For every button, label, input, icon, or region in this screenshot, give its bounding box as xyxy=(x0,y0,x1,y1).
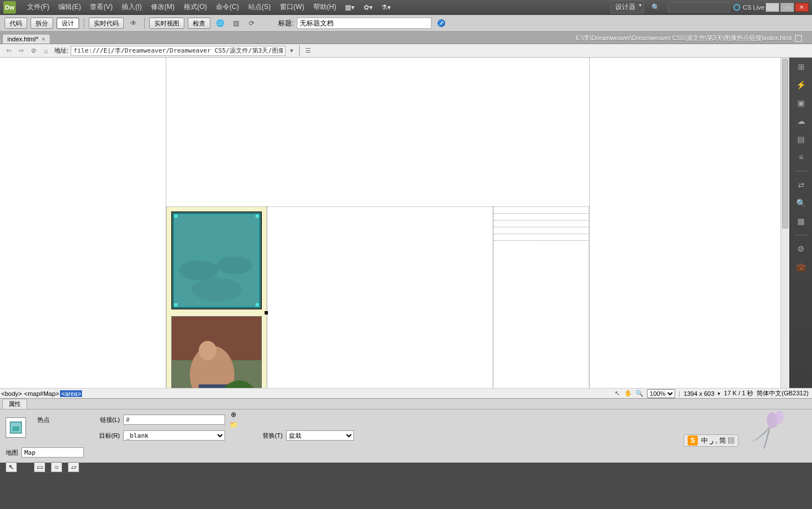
zoom-select[interactable]: 100% xyxy=(647,389,675,398)
view-split-button[interactable]: 拆分 xyxy=(31,18,53,29)
design-canvas[interactable]: 人人素材 ↖ xyxy=(0,58,780,388)
rectangle-hotspot-tool[interactable]: ▭ xyxy=(34,462,45,472)
tag-crumb-body[interactable]: <body> xyxy=(0,390,23,397)
dock-frames-icon[interactable]: ▦ xyxy=(793,214,809,228)
menu-help[interactable]: 帮助(H) xyxy=(309,0,341,14)
menu-edit[interactable]: 编辑(E) xyxy=(54,0,85,14)
file-tab-bar: index.html* × E:\李\Dreamweaver\Dreamweav… xyxy=(0,32,812,44)
nav-stop-icon[interactable]: ⊘ xyxy=(28,46,38,56)
sidebar-cell[interactable] xyxy=(493,206,589,388)
live-view-button[interactable]: 实时视图 xyxy=(149,18,184,29)
hotspot-handle[interactable] xyxy=(256,214,259,218)
zoom-tool-icon[interactable]: 🔍 xyxy=(636,390,643,398)
browse-folder-icon[interactable]: 📁 xyxy=(228,420,239,430)
layout-icon[interactable]: ▦▾ xyxy=(343,2,357,13)
dock-behaviors-icon[interactable]: 💼 xyxy=(793,260,809,274)
workspace-selector[interactable]: 设计器 xyxy=(610,1,644,14)
view-design-button[interactable]: 设计 xyxy=(57,18,79,29)
menu-file[interactable]: 文件(F) xyxy=(23,0,54,14)
close-tab-icon[interactable]: × xyxy=(41,36,45,42)
dock-insert-icon[interactable]: ⊞ xyxy=(793,60,809,74)
app-logo: Dw xyxy=(3,1,16,14)
dock-bindings-icon[interactable]: ⚙ xyxy=(793,242,809,256)
hand-tool-icon[interactable]: ✋ xyxy=(624,390,632,398)
alt-label: 替换(T) xyxy=(249,432,283,440)
cslive-button[interactable]: CS Live xyxy=(733,4,765,11)
page-title-input[interactable] xyxy=(297,18,431,29)
file-tab-label: index.html* xyxy=(7,36,38,42)
vertical-scrollbar[interactable] xyxy=(780,58,789,388)
file-path-display: E:\李\Dreamweaver\Dreamweaver CS5\源文件\第3天… xyxy=(576,34,812,44)
map-name-input[interactable] xyxy=(21,447,84,458)
options-icon[interactable]: ☰ xyxy=(303,46,313,56)
alt-select[interactable]: 盆栽 xyxy=(286,430,354,441)
visual-aids-icon[interactable]: ▧ xyxy=(230,18,242,29)
photo-gardener xyxy=(172,317,261,388)
svg-point-7 xyxy=(198,341,217,360)
address-dropdown-icon[interactable]: ▾ xyxy=(288,46,296,56)
menu-format[interactable]: 格式(O) xyxy=(179,0,211,14)
size-time-display: 17 K / 1 秒 xyxy=(724,389,753,398)
inspect-tool-icon[interactable]: 👁 xyxy=(127,18,140,29)
tag-selector-bar: <body> <map#Map> <area> ↖ ✋ 🔍 100% | 139… xyxy=(0,388,812,398)
browser-preview-icon[interactable]: 🌐 xyxy=(214,18,226,29)
file-tab[interactable]: index.html* × xyxy=(2,34,50,44)
search-input[interactable] xyxy=(668,2,730,12)
address-input[interactable] xyxy=(71,46,286,56)
window-close[interactable]: ✕ xyxy=(795,3,809,12)
main-content-cell[interactable] xyxy=(267,206,493,388)
encoding-display: 简体中文(GB2312) xyxy=(757,389,809,398)
title-label: 标题: xyxy=(278,19,293,28)
point-to-file-icon[interactable]: ⊕ xyxy=(228,409,239,420)
select-tool-icon[interactable]: ↖ xyxy=(613,390,621,398)
menu-commands[interactable]: 命令(C) xyxy=(211,0,244,14)
view-code-button[interactable]: 代码 xyxy=(5,18,27,29)
link-label: 链接(L) xyxy=(92,416,120,424)
hotspot-handle[interactable] xyxy=(174,214,178,218)
scrollbar-thumb[interactable] xyxy=(782,59,788,228)
tag-crumb-area[interactable]: <area> xyxy=(60,390,82,397)
dock-snippets-icon[interactable]: ⇄ xyxy=(793,178,809,192)
hotspot-handle[interactable] xyxy=(174,303,178,307)
tool-icon[interactable]: ⚗▾ xyxy=(379,2,394,13)
panel-dock: ⊞ ⚡ ▣ ☁ ▤ ≡ ⇄ 🔍 ▦ ⚙ 💼 xyxy=(789,58,812,388)
dock-ap-icon[interactable]: ▣ xyxy=(793,96,809,110)
polygon-hotspot-tool[interactable]: ▱ xyxy=(68,462,79,472)
target-select[interactable]: _blank xyxy=(123,430,225,441)
dock-css-icon[interactable]: ⚡ xyxy=(793,78,809,92)
inspect-button[interactable]: 检查 xyxy=(188,18,210,29)
menu-site[interactable]: 站点(S) xyxy=(244,0,275,14)
menu-window[interactable]: 窗口(W) xyxy=(275,0,309,14)
file-management-icon[interactable]: ♐ xyxy=(435,18,447,29)
dock-find-icon[interactable]: 🔍 xyxy=(793,196,809,210)
hotspot-handle[interactable] xyxy=(256,303,259,307)
dock-assets-icon[interactable]: ≡ xyxy=(793,150,809,164)
ime-toolbar[interactable]: S 中 ر , 简 ▥ xyxy=(684,434,738,447)
map-label: 地图 xyxy=(6,448,18,457)
menu-view[interactable]: 查看(V) xyxy=(85,0,117,14)
extend-icon[interactable]: ✿▾ xyxy=(361,2,375,13)
dock-bc-icon[interactable]: ☁ xyxy=(793,114,809,128)
rectangular-hotspot[interactable] xyxy=(174,214,260,307)
menu-modify[interactable]: 修改(M) xyxy=(146,0,179,14)
nav-forward-icon[interactable]: ⇨ xyxy=(16,46,26,56)
image-secondary[interactable] xyxy=(171,316,262,388)
live-code-button[interactable]: 实时代码 xyxy=(89,18,124,29)
search-icon[interactable]: 🔍 xyxy=(648,2,663,13)
properties-tab[interactable]: 属性 xyxy=(2,399,27,409)
dock-files-icon[interactable]: ▤ xyxy=(793,132,809,146)
refresh-icon[interactable]: ⟳ xyxy=(245,18,258,29)
nav-home-icon[interactable]: ⌂ xyxy=(41,46,51,56)
ime-status: 中 ر , 简 ▥ xyxy=(701,436,735,446)
related-files-icon[interactable] xyxy=(795,35,802,42)
tag-crumb-map[interactable]: <map#Map> xyxy=(23,390,61,397)
window-minimize[interactable]: — xyxy=(766,3,779,12)
link-input[interactable] xyxy=(123,415,225,425)
window-maximize[interactable]: ▭ xyxy=(780,3,794,12)
menu-insert[interactable]: 插入(I) xyxy=(117,0,146,14)
pointer-hotspot-tool[interactable]: ↖ xyxy=(6,462,17,472)
nav-back-icon[interactable]: ⇦ xyxy=(3,46,14,56)
image-with-hotspot[interactable] xyxy=(171,212,262,309)
circle-hotspot-tool[interactable]: ○ xyxy=(51,462,62,472)
image-cell[interactable] xyxy=(166,206,267,388)
